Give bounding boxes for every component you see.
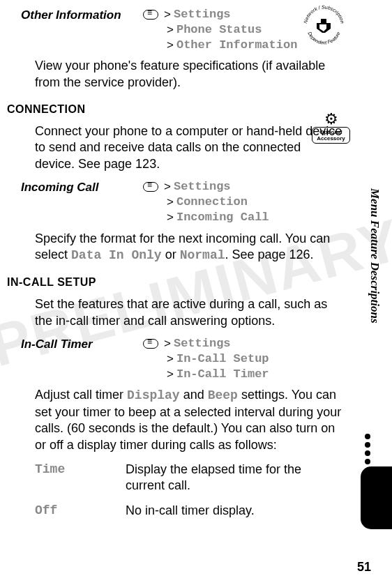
optional-accessory-badge: ⚙ Optional Accessory	[312, 112, 350, 150]
feature-label: In-Call Timer	[7, 336, 143, 351]
feature-label: Incoming Call	[7, 179, 143, 195]
other-information-feature: Other Information >Settings >Phone Statu…	[7, 7, 350, 53]
menu-icon	[143, 10, 158, 20]
connection-heading: CONNECTION	[7, 103, 350, 116]
timer-option-time: Time Display the elapsed time for the cu…	[7, 460, 350, 501]
other-information-body: View your phone's feature specifications…	[7, 54, 350, 98]
timer-option-label: Time	[35, 462, 126, 494]
incoming-call-body: Specify the format for the next incoming…	[7, 227, 350, 271]
menu-path: >Settings >Phone Status >Other Informati…	[143, 7, 297, 53]
in-call-timer-body: Adjust call timer Display and Beep setti…	[7, 383, 350, 460]
connection-body: Connect your phone to a computer or hand…	[7, 120, 350, 179]
menu-path: >Settings >Connection >Incoming Call	[143, 179, 269, 225]
timer-option-desc: No in-call timer display.	[126, 503, 343, 519]
menu-icon	[143, 182, 158, 192]
timer-option-label: Off	[35, 503, 126, 519]
menu-path: >Settings >In-Call Setup >In-Call Timer	[143, 336, 269, 382]
in-call-setup-heading: IN-CALL SETUP	[7, 276, 350, 289]
menu-icon	[143, 339, 158, 349]
page-number: 51	[357, 560, 371, 575]
in-call-timer-feature: In-Call Timer >Settings >In-Call Setup >…	[7, 336, 350, 382]
page-content: Network / Subscription Dependent Feature…	[0, 0, 392, 533]
timer-option-off: Off No in-call timer display.	[7, 501, 350, 526]
timer-option-desc: Display the elapsed time for the current…	[126, 462, 343, 494]
feature-label: Other Information	[7, 7, 143, 22]
network-feature-badge: Network / Subscription Dependent Feature	[301, 3, 347, 49]
incoming-call-feature: Incoming Call >Settings >Connection >Inc…	[7, 179, 350, 225]
svg-text:Dependent  Feature: Dependent Feature	[307, 31, 340, 45]
in-call-setup-body: Set the features that are active during …	[7, 293, 350, 336]
